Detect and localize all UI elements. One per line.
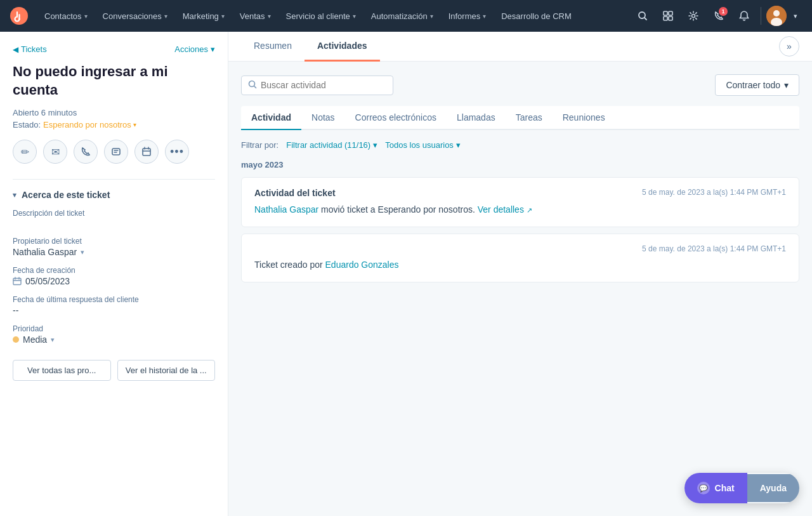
last-response-value: --: [13, 305, 215, 315]
page-layout: ◀ Tickets Acciones ▾ No puedo ingresar a…: [0, 32, 812, 516]
ticket-status-row: Estado: Esperando por nosotros ▾: [13, 120, 215, 129]
card-body: Nathalia Gaspar movió ticket a Esperando…: [254, 203, 786, 216]
accordion-header[interactable]: ▾ Acerca de este ticket: [13, 190, 215, 200]
search-input[interactable]: [261, 80, 386, 90]
call-badge: 1: [719, 7, 728, 16]
chevron-down-icon: ▾: [353, 13, 356, 20]
card-timestamp: 5 de may. de 2023 a la(s) 1:44 PM GMT+1: [642, 188, 786, 197]
nav-automatizacion[interactable]: Automatización ▾: [365, 8, 440, 25]
chevron-down-icon: ▾: [373, 140, 377, 150]
more-actions-button[interactable]: •••: [165, 140, 189, 164]
chevron-down-icon: ▾: [164, 13, 167, 20]
chevron-down-icon: ▾: [221, 13, 225, 20]
contraer-todo-button[interactable]: Contraer todo ▾: [715, 74, 799, 96]
svg-rect-13: [13, 279, 21, 285]
top-navigation: Contactos ▾ Conversaciones ▾ Marketing ▾…: [0, 0, 812, 32]
svg-rect-11: [112, 149, 120, 155]
chat-icon: 💬: [697, 482, 710, 494]
activity-actor-link[interactable]: Eduardo Gonzales: [325, 260, 399, 270]
right-panel: Resumen Actividades »: [228, 32, 812, 516]
external-link-icon: ↗: [527, 206, 532, 214]
activity-tab-reuniones[interactable]: Reuniones: [553, 106, 615, 130]
filter-row: Filtrar por: Filtrar actividad (11/16) ▾…: [241, 140, 799, 150]
svg-rect-6: [669, 17, 672, 20]
actions-button[interactable]: Acciones ▾: [174, 44, 215, 54]
phone-call-button[interactable]: 1: [707, 4, 730, 27]
created-date-value: 05/05/2023: [13, 276, 215, 286]
left-panel: ◀ Tickets Acciones ▾ No puedo ingresar a…: [0, 32, 228, 516]
nav-ventas[interactable]: Ventas ▾: [233, 8, 277, 25]
snippet-action-button[interactable]: [104, 140, 128, 164]
notifications-button[interactable]: [733, 4, 756, 27]
meeting-action-button[interactable]: [134, 140, 159, 164]
chevron-down-icon: ▾: [483, 13, 486, 20]
user-avatar[interactable]: [766, 6, 787, 26]
view-history-button[interactable]: Ver el historial de la ...: [117, 360, 216, 381]
chevron-right-icon: »: [787, 41, 792, 51]
main-tabs-bar: Resumen Actividades »: [228, 32, 812, 62]
chevron-down-icon: ▾: [81, 248, 84, 256]
svg-point-9: [773, 10, 780, 17]
search-button[interactable]: [631, 4, 654, 27]
breadcrumb-row: ◀ Tickets Acciones ▾: [13, 44, 215, 54]
month-label: mayo 2023: [241, 160, 799, 169]
chat-button[interactable]: 💬 Chat: [684, 473, 747, 503]
search-collapse-row: Contraer todo ▾: [241, 74, 799, 96]
tab-resumen[interactable]: Resumen: [241, 32, 304, 62]
owner-value[interactable]: Nathalia Gaspar ▾: [13, 247, 215, 257]
collapse-panel-button[interactable]: »: [779, 36, 799, 56]
card-timestamp: 5 de may. de 2023 a la(s) 1:44 PM GMT+1: [642, 244, 786, 253]
activity-tab-llamadas[interactable]: Llamadas: [447, 106, 506, 130]
priority-value[interactable]: Media ▾: [13, 334, 215, 345]
settings-button[interactable]: [682, 4, 705, 27]
tab-actividades[interactable]: Actividades: [304, 32, 380, 62]
activity-tab-actividad[interactable]: Actividad: [241, 106, 301, 130]
edit-action-button[interactable]: ✏: [13, 140, 37, 164]
ticket-open-time: Abierto 6 minutos: [13, 108, 215, 117]
status-value[interactable]: Esperando por nosotros ▾: [43, 120, 136, 129]
hubspot-logo[interactable]: [10, 7, 28, 25]
nav-contactos[interactable]: Contactos ▾: [38, 8, 94, 25]
search-box[interactable]: [241, 76, 393, 95]
activity-panel: Contraer todo ▾ Actividad Notas Correos …: [228, 62, 812, 516]
action-icons-row: ✏ ✉ •••: [13, 140, 215, 164]
filter-users-button[interactable]: Todos los usuarios ▾: [385, 140, 461, 150]
breadcrumb-link[interactable]: ◀ Tickets: [13, 44, 47, 54]
chevron-down-icon: ▾: [784, 80, 789, 90]
card-header: Actividad del ticket 5 de may. de 2023 a…: [254, 188, 786, 198]
activity-tab-tareas[interactable]: Tareas: [506, 106, 553, 130]
marketplace-button[interactable]: [657, 4, 679, 27]
chevron-down-icon: ▾: [51, 336, 55, 344]
search-icon: [248, 80, 257, 91]
nav-servicio[interactable]: Servicio al cliente ▾: [280, 8, 362, 25]
nav-marketing[interactable]: Marketing ▾: [176, 8, 231, 25]
section-divider: [13, 179, 215, 180]
nav-divider: [761, 7, 761, 25]
activity-tab-notas[interactable]: Notas: [301, 106, 345, 130]
owner-field: Propietario del ticket Nathalia Gaspar ▾: [13, 237, 215, 257]
view-properties-button[interactable]: Ver todas las pro...: [13, 360, 111, 381]
ticket-title: No puedo ingresar a mi cuenta: [13, 63, 215, 99]
svg-rect-12: [143, 149, 150, 155]
email-action-button[interactable]: ✉: [43, 140, 67, 164]
activity-card: Actividad del ticket 5 de may. de 2023 a…: [241, 177, 799, 227]
filter-activity-button[interactable]: Filtrar actividad (11/16) ▾: [286, 140, 377, 150]
priority-indicator: [13, 336, 19, 343]
chevron-down-icon: ▾: [430, 13, 433, 20]
ver-detalles-link[interactable]: Ver detalles ↗: [478, 204, 532, 215]
chevron-down-icon: ▾: [84, 13, 88, 20]
user-menu-chevron[interactable]: ▾: [789, 4, 802, 27]
nav-conversaciones[interactable]: Conversaciones ▾: [96, 8, 174, 25]
svg-point-7: [692, 15, 695, 18]
created-date-field: Fecha de creación 05/05/2023: [13, 266, 215, 286]
chevron-down-icon: ▾: [456, 140, 461, 150]
activity-actor-link[interactable]: Nathalia Gaspar: [254, 204, 318, 215]
nav-informes[interactable]: Informes ▾: [442, 8, 493, 25]
nav-crm[interactable]: Desarrollo de CRM: [495, 8, 578, 25]
activity-tab-correos[interactable]: Correos electrónicos: [345, 106, 447, 130]
phone-action-button[interactable]: [74, 140, 98, 164]
bottom-buttons: Ver todas las pro... Ver el historial de…: [13, 360, 215, 381]
last-response-field: Fecha de última respuesta del cliente --: [13, 295, 215, 315]
ayuda-button[interactable]: Ayuda: [747, 474, 799, 502]
activity-card: 5 de may. de 2023 a la(s) 1:44 PM GMT+1 …: [241, 234, 799, 282]
